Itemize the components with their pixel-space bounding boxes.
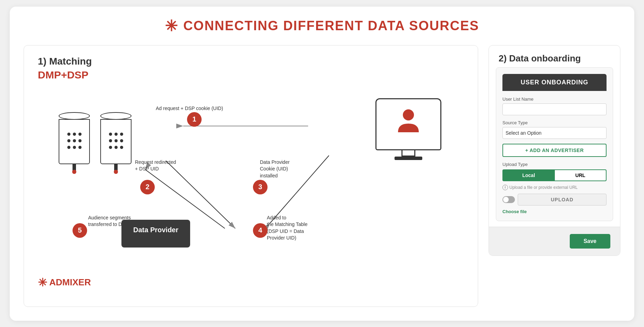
step-circle-4: 4 [253,223,268,238]
choose-file-link[interactable]: Choose file [502,209,527,214]
section-1-title: 1) Matching [38,56,464,67]
cyl-top-2 [100,112,132,120]
admixer-asterisk-icon: ✳ [38,276,47,289]
upload-toggle[interactable] [502,196,515,203]
step-circle-3: 3 [253,180,268,194]
upload-type-label: Upload Type [502,162,607,167]
data-provider-box: Data Provider [121,220,190,248]
section-1-subtitle: DMP+DSP [38,69,464,81]
upload-hint-text: Upload a file or provide external URL [509,185,578,190]
source-type-select[interactable]: Select an Option [502,127,607,139]
svg-point-7 [403,109,414,120]
monitor-screen [375,98,441,150]
cyl-body-2 [100,119,132,164]
cylinder-2 [100,112,132,174]
section-2-title: 2) Data onboarding [489,45,620,67]
step-3-label: Data ProviderCookie (UID)installed [260,159,290,179]
form-header: USER ONBOARDING [502,74,607,91]
user-list-name-input[interactable] [502,103,607,115]
cyl-dot-red-1 [72,170,76,174]
step-circle-1: 1 [187,112,202,127]
page-wrapper: ✳ CONNECTING DIFFERENT DATA SOURCES 1) M… [10,7,634,321]
form-body: User List Name Source Type Select an Opt… [502,91,607,215]
title-text: CONNECTING DIFFERENT DATA SOURCES [183,18,479,33]
person-icon [396,108,421,141]
save-button[interactable]: Save [570,234,610,249]
monitor-stand [395,150,422,160]
add-advertiser-button[interactable]: + ADD AN ADVERTISER [502,144,607,157]
cyl-dot-red-2 [114,170,118,174]
right-panel-footer: Save [489,227,620,255]
upload-button[interactable]: UPLOAD [518,194,607,206]
svg-line-4 [166,161,235,228]
info-icon: i [502,185,508,190]
admixer-logo: ✳ ADMIXER [38,276,91,289]
diagram-area: 1 2 3 4 5 Ad request + DSP cookie (UID) … [38,91,464,293]
upload-row: UPLOAD [502,194,607,206]
step-4-label: Added tothe Matching Table(DSP UID = Dat… [267,215,307,242]
right-panel: 2) Data onboarding USER ONBOARDING User … [489,45,620,256]
cylinder-1 [59,112,90,174]
upload-type-buttons: Local URL [502,169,607,181]
page-title: ✳ CONNECTING DIFFERENT DATA SOURCES [24,17,620,35]
main-content: 1) Matching DMP+DSP [24,45,620,307]
cyl-top-1 [59,112,90,120]
upload-type-local-button[interactable]: Local [502,169,554,181]
user-onboarding-form: USER ONBOARDING User List Name Source Ty… [496,67,613,221]
source-type-label: Source Type [502,120,607,125]
step-1-label: Ad request + DSP cookie (UID) [156,105,223,112]
upload-type-url-button[interactable]: URL [554,169,607,181]
admixer-logo-text: ADMIXER [49,277,91,288]
step-circle-2: 2 [140,180,155,194]
step-circle-5: 5 [73,223,87,238]
user-list-name-label: User List Name [502,97,607,102]
cyl-body-1 [59,119,90,164]
step-2-label: Request redirected+ DSP UID [135,159,176,173]
toggle-knob [503,197,509,202]
title-asterisk-icon: ✳ [165,17,178,35]
upload-hint: i Upload a file or provide external URL [502,185,607,190]
monitor [374,98,443,160]
left-panel: 1) Matching DMP+DSP [24,45,478,307]
